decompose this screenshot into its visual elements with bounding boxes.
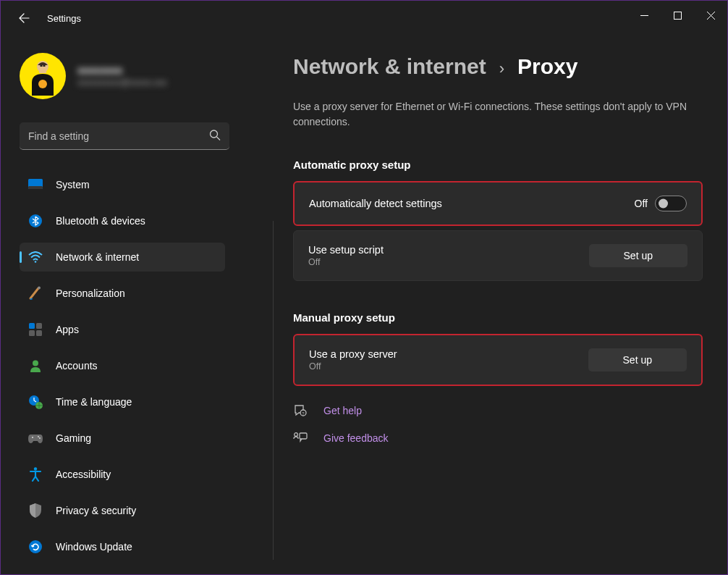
svg-point-11 [38, 287, 41, 290]
setup-script-status: Off [308, 257, 589, 267]
setup-script-card[interactable]: Use setup script Off Set up [293, 230, 703, 281]
nav-label: Network & internet [56, 251, 139, 263]
help-icon: ? [293, 403, 308, 418]
user-info: xxxxxxxx xxxxxxxxxx@xxxxx.xxx [77, 64, 167, 88]
back-arrow-icon [18, 12, 30, 24]
nav-apps[interactable]: Apps [20, 315, 225, 344]
bluetooth-icon [28, 214, 43, 228]
proxy-server-label: Use a proxy server [309, 348, 588, 360]
nav-accounts[interactable]: Accounts [20, 351, 225, 380]
auto-detect-card[interactable]: Automatically detect settings Off [293, 181, 703, 226]
section-manual-title: Manual proxy setup [293, 311, 703, 324]
chevron-right-icon: › [499, 59, 504, 78]
svg-rect-0 [674, 12, 681, 19]
user-account[interactable]: xxxxxxxx xxxxxxxxxx@xxxxx.xxx [20, 53, 225, 99]
svg-rect-15 [36, 330, 42, 336]
setup-script-button[interactable]: Set up [589, 244, 687, 267]
svg-point-10 [35, 261, 37, 263]
proxy-server-status: Off [309, 361, 588, 372]
breadcrumb: Network & internet › Proxy [293, 54, 703, 79]
nav-accessibility[interactable]: Accessibility [20, 460, 225, 489]
back-button[interactable] [17, 11, 31, 25]
titlebar: Settings [1, 1, 727, 35]
close-button[interactable] [694, 1, 727, 30]
nav-label: Privacy & security [56, 505, 136, 516]
feedback-icon [293, 431, 308, 445]
svg-rect-3 [41, 65, 43, 67]
page-description: Use a proxy server for Ethernet or Wi-Fi… [293, 99, 703, 130]
user-email: xxxxxxxxxx@xxxxx.xxx [77, 77, 167, 88]
nav-label: Gaming [56, 432, 91, 444]
nav-gaming[interactable]: Gaming [20, 424, 225, 453]
controller-icon [28, 431, 43, 445]
svg-point-5 [38, 80, 47, 88]
update-icon [28, 540, 43, 554]
search-box[interactable] [20, 122, 229, 150]
window-title: Settings [47, 13, 81, 24]
svg-rect-12 [29, 323, 35, 329]
nav-windows-update[interactable]: Windows Update [20, 532, 225, 561]
auto-detect-label: Automatically detect settings [309, 198, 635, 209]
nav-label: Windows Update [56, 541, 132, 553]
setup-script-label: Use setup script [308, 244, 589, 256]
shield-icon [28, 503, 43, 518]
footer-links: ? Get help Give feedback [293, 403, 703, 445]
svg-rect-2 [39, 70, 46, 73]
nav-bluetooth[interactable]: Bluetooth & devices [20, 206, 225, 235]
paintbrush-icon [28, 286, 43, 301]
nav-label: Apps [56, 324, 79, 335]
svg-point-19 [32, 437, 33, 438]
nav-system[interactable]: System [20, 170, 225, 199]
auto-detect-state: Off [635, 198, 648, 209]
proxy-server-button[interactable]: Set up [588, 348, 687, 372]
svg-point-26 [295, 433, 298, 437]
wifi-icon [28, 250, 43, 264]
svg-point-21 [39, 437, 41, 439]
person-icon [28, 358, 43, 373]
svg-rect-13 [36, 323, 42, 329]
user-name: xxxxxxxx [77, 64, 167, 76]
maximize-button[interactable] [661, 1, 694, 30]
sidebar: xxxxxxxx xxxxxxxxxx@xxxxx.xxx System Blu… [1, 35, 232, 574]
divider [273, 221, 274, 560]
nav-label: Bluetooth & devices [56, 215, 145, 227]
give-feedback-link[interactable]: Give feedback [293, 431, 703, 445]
auto-detect-toggle[interactable] [655, 196, 687, 211]
svg-point-20 [38, 436, 39, 437]
nav-time-language[interactable]: Time & language [20, 387, 225, 416]
breadcrumb-parent[interactable]: Network & internet [293, 54, 486, 79]
nav-list: System Bluetooth & devices Network & int… [20, 170, 225, 561]
accessibility-icon [28, 467, 43, 482]
nav-network[interactable]: Network & internet [20, 243, 225, 272]
svg-point-16 [33, 361, 38, 366]
nav-privacy[interactable]: Privacy & security [20, 496, 225, 525]
svg-rect-8 [28, 186, 43, 189]
window-controls [627, 1, 727, 30]
svg-point-23 [29, 540, 42, 553]
svg-rect-27 [300, 433, 307, 439]
give-feedback-label: Give feedback [323, 432, 389, 444]
avatar [20, 53, 66, 99]
system-icon [28, 177, 43, 192]
svg-point-22 [34, 467, 37, 470]
main-content: Network & internet › Proxy Use a proxy s… [232, 35, 727, 574]
nav-label: Accounts [56, 360, 98, 372]
clock-globe-icon [28, 395, 43, 409]
get-help-label: Get help [323, 405, 362, 416]
nav-label: Accessibility [56, 469, 111, 480]
nav-personalization[interactable]: Personalization [20, 279, 225, 308]
minimize-button[interactable] [627, 1, 661, 30]
page-title: Proxy [517, 54, 577, 79]
nav-label: Personalization [56, 288, 125, 299]
svg-rect-4 [43, 65, 46, 67]
proxy-server-card[interactable]: Use a proxy server Off Set up [293, 334, 703, 386]
apps-icon [28, 322, 43, 337]
nav-label: Time & language [56, 396, 132, 408]
section-auto-title: Automatic proxy setup [293, 159, 703, 171]
search-input[interactable] [20, 122, 229, 150]
nav-label: System [56, 179, 90, 190]
svg-rect-14 [29, 330, 35, 336]
get-help-link[interactable]: ? Get help [293, 403, 703, 418]
